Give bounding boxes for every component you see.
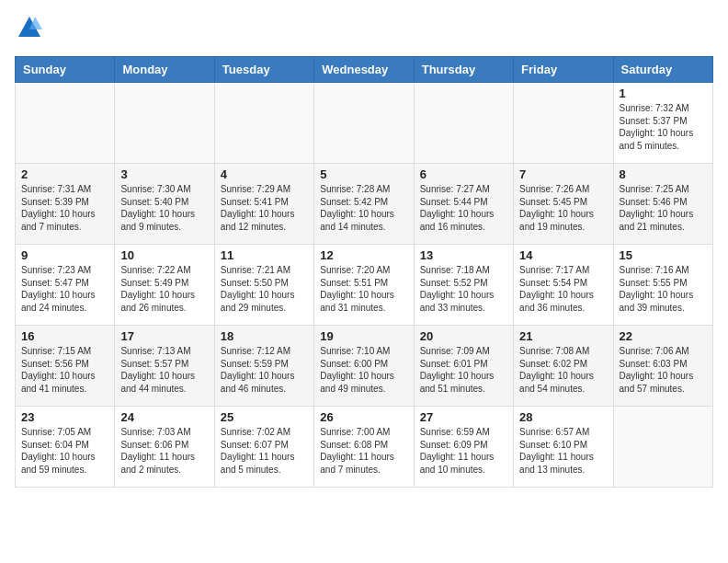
calendar-cell: 14Sunrise: 7:17 AM Sunset: 5:54 PM Dayli…	[514, 245, 613, 326]
day-number: 7	[519, 167, 607, 181]
day-info: Sunrise: 7:23 AM Sunset: 5:47 PM Dayligh…	[21, 264, 108, 314]
day-info: Sunrise: 6:57 AM Sunset: 6:10 PM Dayligh…	[519, 426, 607, 476]
calendar-cell	[414, 83, 513, 164]
calendar-cell	[613, 407, 712, 488]
page-header	[15, 15, 713, 45]
day-info: Sunrise: 7:15 AM Sunset: 5:56 PM Dayligh…	[21, 345, 108, 395]
day-info: Sunrise: 7:25 AM Sunset: 5:46 PM Dayligh…	[620, 183, 707, 233]
calendar-week-row: 2Sunrise: 7:31 AM Sunset: 5:39 PM Daylig…	[16, 164, 713, 245]
calendar-week-row: 16Sunrise: 7:15 AM Sunset: 5:56 PM Dayli…	[16, 326, 713, 407]
calendar-cell	[314, 83, 414, 164]
day-info: Sunrise: 7:22 AM Sunset: 5:49 PM Dayligh…	[120, 264, 208, 314]
calendar-cell: 23Sunrise: 7:05 AM Sunset: 6:04 PM Dayli…	[16, 407, 115, 488]
day-number: 16	[21, 329, 108, 343]
day-number: 23	[21, 410, 108, 424]
calendar-cell: 3Sunrise: 7:30 AM Sunset: 5:40 PM Daylig…	[115, 164, 214, 245]
day-number: 2	[21, 167, 108, 181]
day-header-friday: Friday	[514, 57, 613, 83]
day-number: 20	[420, 329, 507, 343]
day-number: 3	[120, 167, 208, 181]
day-info: Sunrise: 7:06 AM Sunset: 6:03 PM Dayligh…	[620, 345, 707, 395]
day-info: Sunrise: 7:26 AM Sunset: 5:45 PM Dayligh…	[519, 183, 607, 233]
calendar-cell: 10Sunrise: 7:22 AM Sunset: 5:49 PM Dayli…	[115, 245, 214, 326]
day-number: 15	[620, 248, 707, 262]
calendar-cell: 9Sunrise: 7:23 AM Sunset: 5:47 PM Daylig…	[16, 245, 115, 326]
day-number: 11	[221, 248, 308, 262]
day-header-tuesday: Tuesday	[214, 57, 313, 83]
day-info: Sunrise: 7:27 AM Sunset: 5:44 PM Dayligh…	[420, 183, 507, 233]
day-number: 8	[620, 167, 707, 181]
day-number: 19	[320, 329, 407, 343]
calendar-cell: 2Sunrise: 7:31 AM Sunset: 5:39 PM Daylig…	[16, 164, 115, 245]
day-number: 27	[420, 410, 507, 424]
day-header-monday: Monday	[115, 57, 214, 83]
day-info: Sunrise: 7:12 AM Sunset: 5:59 PM Dayligh…	[221, 345, 308, 395]
day-info: Sunrise: 7:13 AM Sunset: 5:57 PM Dayligh…	[120, 345, 208, 395]
calendar-cell: 24Sunrise: 7:03 AM Sunset: 6:06 PM Dayli…	[115, 407, 214, 488]
day-number: 26	[320, 410, 407, 424]
day-header-thursday: Thursday	[414, 57, 513, 83]
day-header-wednesday: Wednesday	[314, 57, 414, 83]
day-info: Sunrise: 7:28 AM Sunset: 5:42 PM Dayligh…	[320, 183, 407, 233]
day-info: Sunrise: 7:16 AM Sunset: 5:55 PM Dayligh…	[620, 264, 707, 314]
calendar-cell: 27Sunrise: 6:59 AM Sunset: 6:09 PM Dayli…	[414, 407, 513, 488]
calendar-cell: 5Sunrise: 7:28 AM Sunset: 5:42 PM Daylig…	[314, 164, 414, 245]
day-number: 14	[519, 248, 607, 262]
day-info: Sunrise: 7:02 AM Sunset: 6:07 PM Dayligh…	[221, 426, 308, 476]
calendar-cell	[115, 83, 214, 164]
calendar-table: SundayMondayTuesdayWednesdayThursdayFrid…	[15, 56, 713, 488]
calendar-cell: 21Sunrise: 7:08 AM Sunset: 6:02 PM Dayli…	[514, 326, 613, 407]
day-info: Sunrise: 7:10 AM Sunset: 6:00 PM Dayligh…	[320, 345, 407, 395]
day-number: 25	[221, 410, 308, 424]
calendar-cell: 28Sunrise: 6:57 AM Sunset: 6:10 PM Dayli…	[514, 407, 613, 488]
day-number: 24	[120, 410, 208, 424]
calendar-cell	[514, 83, 613, 164]
day-number: 21	[519, 329, 607, 343]
day-info: Sunrise: 7:20 AM Sunset: 5:51 PM Dayligh…	[320, 264, 407, 314]
calendar-cell	[16, 83, 115, 164]
day-number: 6	[420, 167, 507, 181]
day-number: 4	[221, 167, 308, 181]
calendar-header-row: SundayMondayTuesdayWednesdayThursdayFrid…	[16, 57, 713, 83]
day-info: Sunrise: 7:18 AM Sunset: 5:52 PM Dayligh…	[420, 264, 507, 314]
day-info: Sunrise: 7:17 AM Sunset: 5:54 PM Dayligh…	[519, 264, 607, 314]
day-number: 1	[620, 86, 707, 100]
day-info: Sunrise: 7:30 AM Sunset: 5:40 PM Dayligh…	[120, 183, 208, 233]
day-info: Sunrise: 7:00 AM Sunset: 6:08 PM Dayligh…	[320, 426, 407, 476]
day-number: 28	[519, 410, 607, 424]
calendar-cell: 25Sunrise: 7:02 AM Sunset: 6:07 PM Dayli…	[214, 407, 313, 488]
calendar-cell: 8Sunrise: 7:25 AM Sunset: 5:46 PM Daylig…	[613, 164, 712, 245]
calendar-cell: 4Sunrise: 7:29 AM Sunset: 5:41 PM Daylig…	[214, 164, 313, 245]
day-number: 22	[620, 329, 707, 343]
day-info: Sunrise: 6:59 AM Sunset: 6:09 PM Dayligh…	[420, 426, 507, 476]
day-number: 13	[420, 248, 507, 262]
day-number: 17	[120, 329, 208, 343]
calendar-cell: 16Sunrise: 7:15 AM Sunset: 5:56 PM Dayli…	[16, 326, 115, 407]
day-info: Sunrise: 7:29 AM Sunset: 5:41 PM Dayligh…	[221, 183, 308, 233]
calendar-cell: 20Sunrise: 7:09 AM Sunset: 6:01 PM Dayli…	[414, 326, 513, 407]
calendar-week-row: 1Sunrise: 7:32 AM Sunset: 5:37 PM Daylig…	[16, 83, 713, 164]
calendar-cell: 17Sunrise: 7:13 AM Sunset: 5:57 PM Dayli…	[115, 326, 214, 407]
day-number: 5	[320, 167, 407, 181]
logo-icon	[17, 15, 42, 40]
calendar-cell: 18Sunrise: 7:12 AM Sunset: 5:59 PM Dayli…	[214, 326, 313, 407]
day-info: Sunrise: 7:09 AM Sunset: 6:01 PM Dayligh…	[420, 345, 507, 395]
calendar-cell: 22Sunrise: 7:06 AM Sunset: 6:03 PM Dayli…	[613, 326, 712, 407]
day-number: 9	[21, 248, 108, 262]
calendar-cell: 1Sunrise: 7:32 AM Sunset: 5:37 PM Daylig…	[613, 83, 712, 164]
day-info: Sunrise: 7:21 AM Sunset: 5:50 PM Dayligh…	[221, 264, 308, 314]
day-number: 18	[221, 329, 308, 343]
logo	[15, 15, 42, 45]
calendar-cell: 26Sunrise: 7:00 AM Sunset: 6:08 PM Dayli…	[314, 407, 414, 488]
calendar-week-row: 9Sunrise: 7:23 AM Sunset: 5:47 PM Daylig…	[16, 245, 713, 326]
calendar-cell: 13Sunrise: 7:18 AM Sunset: 5:52 PM Dayli…	[414, 245, 513, 326]
calendar-cell: 6Sunrise: 7:27 AM Sunset: 5:44 PM Daylig…	[414, 164, 513, 245]
day-number: 12	[320, 248, 407, 262]
day-info: Sunrise: 7:32 AM Sunset: 5:37 PM Dayligh…	[620, 102, 707, 152]
day-info: Sunrise: 7:31 AM Sunset: 5:39 PM Dayligh…	[21, 183, 108, 233]
day-header-saturday: Saturday	[613, 57, 712, 83]
day-header-sunday: Sunday	[16, 57, 115, 83]
calendar-cell	[214, 83, 313, 164]
day-info: Sunrise: 7:08 AM Sunset: 6:02 PM Dayligh…	[519, 345, 607, 395]
day-number: 10	[120, 248, 208, 262]
